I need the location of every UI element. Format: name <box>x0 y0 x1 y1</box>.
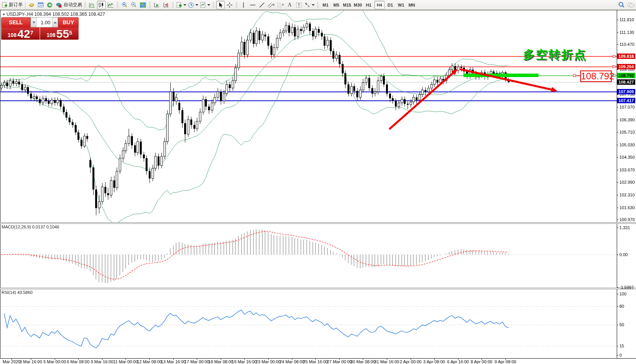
price-tick-mark <box>617 20 618 20</box>
templates-button[interactable] <box>200 1 211 9</box>
sell-button[interactable]: SELL <box>1 17 30 27</box>
chat-button[interactable] <box>626 1 635 9</box>
macd-tick-label: 0.00 <box>619 252 628 257</box>
templates-icon <box>200 2 206 8</box>
symbol-marker-icon: ▲ <box>2 12 5 16</box>
pane-separator-macd[interactable] <box>0 222 636 224</box>
rsi-tick-label: 50 <box>619 322 624 327</box>
price-tick-mark <box>617 94 618 95</box>
price-level-tag: 107.417 <box>617 98 635 103</box>
text-button[interactable]: A <box>285 1 294 9</box>
chart-shift-button[interactable] <box>162 1 170 9</box>
sound-icon <box>47 2 54 8</box>
channel-button[interactable]: E <box>267 1 275 9</box>
sell-quote[interactable]: 108427 <box>1 27 40 40</box>
sound-button[interactable] <box>46 1 54 9</box>
vertical-line-button[interactable] <box>239 1 248 9</box>
zoom-out-icon <box>130 2 137 8</box>
zoom-out-button[interactable] <box>129 1 138 9</box>
macd-tick-mark <box>617 255 618 255</box>
chart-top-border <box>0 10 636 10</box>
volume-increase-button[interactable] <box>52 18 58 27</box>
pane-separator-rsi[interactable] <box>0 288 636 289</box>
price-level-tag: 107.909 <box>617 89 635 94</box>
price-tick-label: 106.390 <box>619 117 635 122</box>
price-tick-mark <box>617 145 618 145</box>
timeframe-button-m30[interactable]: M30 <box>353 1 363 9</box>
macd-tick-mark <box>617 287 618 288</box>
cursor-button[interactable] <box>216 1 225 9</box>
search-button[interactable] <box>617 1 626 9</box>
chart-left-border <box>0 10 0 358</box>
market-watch-icon <box>28 2 35 8</box>
toolbar-handle <box>149 2 151 8</box>
new-order-button[interactable]: 新订单 <box>1 1 23 9</box>
navigator-button[interactable] <box>37 1 45 9</box>
navigator-icon <box>37 2 44 8</box>
chart-shift-icon <box>163 2 169 8</box>
volume-value[interactable]: 1.00 <box>37 18 52 27</box>
autotrading-button[interactable]: 自动交易 <box>55 1 82 9</box>
autotrading-label: 自动交易 <box>64 2 82 8</box>
time-tick-label: 5 Mar 00:00 <box>44 359 66 364</box>
horizontal-line-button[interactable] <box>248 1 257 9</box>
periods-button[interactable] <box>188 1 199 9</box>
timeframe-button-h1[interactable]: H1 <box>364 1 374 9</box>
time-tick-label: 27 Mar 00:00 <box>327 359 352 364</box>
time-tick-label: 17 Mar 00:00 <box>185 359 210 364</box>
price-tick-mark <box>617 107 618 107</box>
timeframe-button-mn[interactable]: MN <box>407 1 417 9</box>
clock-icon <box>188 2 194 8</box>
chart-canvas[interactable] <box>0 10 636 364</box>
price-tick-mark <box>617 170 618 170</box>
buy-quote[interactable]: 108555 <box>40 27 79 40</box>
arrows-button[interactable] <box>304 1 315 9</box>
main-toolbar: 新订单 自动交易 <box>0 0 636 10</box>
one-click-trading-panel: SELL 1.00 BUY 108427 108555 <box>1 17 79 40</box>
time-tick-label: 19 Mar 16:00 <box>232 359 257 364</box>
price-tick-mark <box>617 208 618 208</box>
trendline-button[interactable] <box>258 1 266 9</box>
toolbar-handle <box>84 2 86 8</box>
triangle-down-icon <box>32 22 35 23</box>
timeframe-button-m5[interactable]: M5 <box>331 1 341 9</box>
price-level-tag: 108.792 <box>617 73 635 78</box>
volume-decrease-button[interactable] <box>31 18 37 27</box>
new-order-icon <box>2 2 8 8</box>
crosshair-button[interactable] <box>225 1 234 9</box>
label-button[interactable]: T <box>295 1 303 9</box>
indicators-button[interactable] <box>176 1 187 9</box>
price-tick-label: 102.310 <box>619 193 635 197</box>
timeframe-button-h4[interactable]: H4 <box>374 1 384 9</box>
timeframe-button-w1[interactable]: W1 <box>396 1 406 9</box>
price-tick-mark <box>617 120 618 120</box>
tile-windows-button[interactable] <box>139 1 147 9</box>
arrows-icon <box>304 2 310 8</box>
price-tick-label: 101.630 <box>619 205 635 210</box>
timeframe-button-m1[interactable]: M1 <box>321 1 331 9</box>
time-tick-label: 9 Mar 16:00 <box>91 359 114 364</box>
bar-chart-icon <box>89 2 96 8</box>
big-price-label[interactable]: 108.792 <box>580 70 612 82</box>
timeframe-toolbar: M1M5M15M30H1H4D1W1MN <box>319 0 418 10</box>
price-tick-label: 105.030 <box>619 143 635 147</box>
mt4-window: 新订单 自动交易 <box>0 0 636 364</box>
timeframe-button-m15[interactable]: M15 <box>342 1 352 9</box>
timeframe-button-d1[interactable]: D1 <box>385 1 395 9</box>
auto-scroll-button[interactable] <box>153 1 161 9</box>
price-tick-label: 100.970 <box>619 217 635 222</box>
fibonacci-button[interactable]: F <box>276 1 285 9</box>
rsi-tick-label: 100 <box>619 292 626 296</box>
time-tick-label: 6 Apr 16:00 <box>447 359 469 364</box>
time-tick-label: 9 Apr 08:00 <box>495 359 516 364</box>
line-chart-button[interactable] <box>106 1 115 9</box>
bar-chart-button[interactable] <box>88 1 96 9</box>
time-tick-label: 11 Mar 00:00 <box>113 359 138 364</box>
time-tick-label: 31 Mar 16:00 <box>374 359 399 364</box>
buy-price-big: 55 <box>56 29 69 39</box>
candlestick-chart-button[interactable] <box>97 1 106 9</box>
market-watch-button[interactable] <box>27 1 36 9</box>
dropdown-caret <box>312 4 315 6</box>
buy-button[interactable]: BUY <box>58 17 79 27</box>
zoom-in-button[interactable] <box>120 1 129 9</box>
